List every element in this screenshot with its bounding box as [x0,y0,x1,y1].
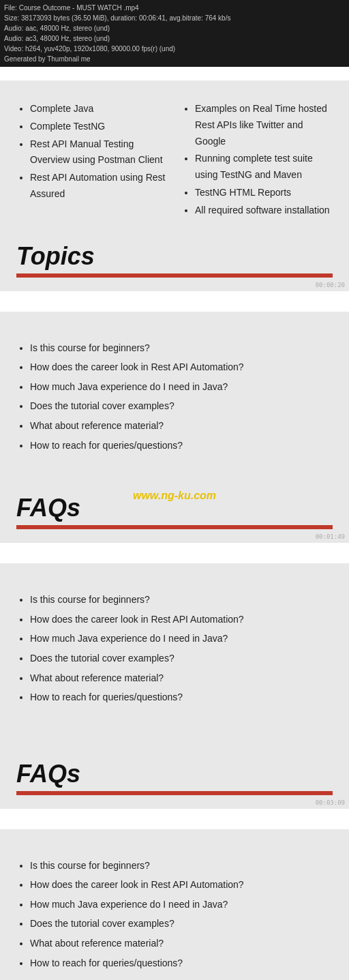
faq-item: How does the career look in Rest API Aut… [30,876,333,894]
faq-item: Does the tutorial cover examples? [30,397,333,415]
faq-item: How much Java experience do I need in Ja… [30,895,333,914]
faq-item: What about reference material? [30,417,333,435]
list-item: Rest API Manual Testing Overview using P… [30,136,168,169]
faq-item: How much Java experience do I need in Ja… [30,629,333,648]
left-bullet-list: Complete Java Complete TestNG Rest API M… [16,101,168,203]
faq-list-2: Is this course for beginners? How does t… [16,591,333,707]
slide-col-left: Complete Java Complete TestNG Rest API M… [16,101,168,220]
faq-item: What about reference material? [30,669,333,687]
file-info-line3: Audio: aac, 48000 Hz, stereo (und) [4,23,345,33]
faq-item: Does the tutorial cover examples? [30,649,333,668]
faq-list-3: Is this course for beginners? How does t… [16,857,333,972]
list-item: Running complete test suite using TestNG… [195,151,333,183]
red-divider [16,273,333,278]
file-info-line1: File: Course Outcome - MUST WATCH .mp4 [4,3,345,13]
timestamp: 00:03:09 [316,799,345,806]
faq-slide-2: Is this course for beginners? How does t… [0,563,349,809]
faq-item: Is this course for beginners? [30,339,333,357]
faq-item: How does the career look in Rest API Aut… [30,610,333,629]
faq-item: How to reach for queries/questions? [30,954,333,972]
faq-item: How to reach for queries/questions? [30,436,333,455]
faq-list-1: Is this course for beginners? How does t… [16,339,333,455]
file-info-line4: Audio: ac3, 48000 Hz, stereo (und) [4,33,345,44]
right-bullet-list: Examples on Real Time hosted Rest APIs l… [181,101,333,219]
watermark: www.ng-ku.com [133,490,216,502]
red-divider [16,525,333,529]
faq-item: Is this course for beginners? [30,857,333,875]
faq-item: How much Java experience do I need in Ja… [30,378,333,396]
faq-item: Is this course for beginners? [30,591,333,609]
list-item: Complete Java [30,101,168,117]
list-item: Complete TestNG [30,119,168,135]
timestamp: 00:00:20 [316,282,345,288]
list-item: Rest API Automation using Rest Assured [30,170,168,203]
file-info-line5: Video: h264, yuv420p, 1920x1080, 90000.0… [4,44,345,54]
timestamp: 00:01:49 [316,533,345,540]
faq-slide-3: Is this course for beginners? How does t… [0,829,349,980]
file-info-line2: Size: 38173093 bytes (36.50 MiB), durati… [4,13,345,23]
slide-col-right: Examples on Real Time hosted Rest APIs l… [181,101,333,220]
red-divider [16,791,333,795]
faq2-heading: FAQs [16,760,333,788]
faq-item: How to reach for queries/questions? [30,688,333,707]
list-item: All required software installation [195,203,333,219]
faq-item: What about reference material? [30,934,333,953]
list-item: Examples on Real Time hosted Rest APIs l… [195,101,333,149]
topics-heading: Topics [16,242,333,271]
faq-item: How does the career look in Rest API Aut… [30,358,333,376]
topics-slide: Complete Java Complete TestNG Rest API M… [0,80,349,291]
slide-content: Complete Java Complete TestNG Rest API M… [16,101,333,220]
faq-slide-1: Is this course for beginners? How does t… [0,312,349,544]
faq-item: Does the tutorial cover examples? [30,915,333,933]
file-info-line6: Generated by Thumbnail me [4,54,345,64]
file-info-bar: File: Course Outcome - MUST WATCH .mp4 S… [0,0,349,67]
list-item: TestNG HTML Reports [195,185,333,201]
